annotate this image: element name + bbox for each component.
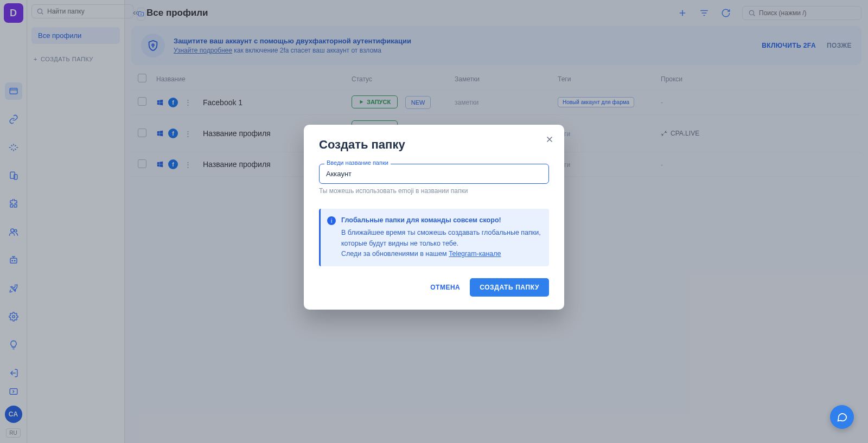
info-body-1: В ближайшее время ты сможешь создавать г…: [341, 228, 541, 249]
chat-support-button[interactable]: [830, 405, 854, 429]
info-body-2: Следи за обновлениями в нашем: [341, 250, 449, 258]
close-icon[interactable]: [545, 134, 554, 144]
info-banner: i Глобальные папки для команды совсем ск…: [319, 209, 549, 266]
field-label: Введи название папки: [324, 159, 391, 166]
field-help-text: Ты можешь использовать emoji в названии …: [319, 187, 549, 195]
modal-title: Создать папку: [319, 138, 549, 152]
folder-name-input[interactable]: [319, 164, 549, 184]
create-folder-modal: Создать папку Введи название папки Ты мо…: [304, 125, 564, 310]
create-folder-submit-button[interactable]: СОЗДАТЬ ПАПКУ: [470, 278, 549, 297]
info-title: Глобальные папки для команды совсем скор…: [341, 215, 541, 226]
info-icon: i: [327, 216, 336, 225]
cancel-button[interactable]: ОТМЕНА: [430, 284, 460, 291]
telegram-link[interactable]: Telegram-канале: [449, 250, 501, 258]
modal-backdrop[interactable]: Создать папку Введи название папки Ты мо…: [0, 0, 868, 443]
